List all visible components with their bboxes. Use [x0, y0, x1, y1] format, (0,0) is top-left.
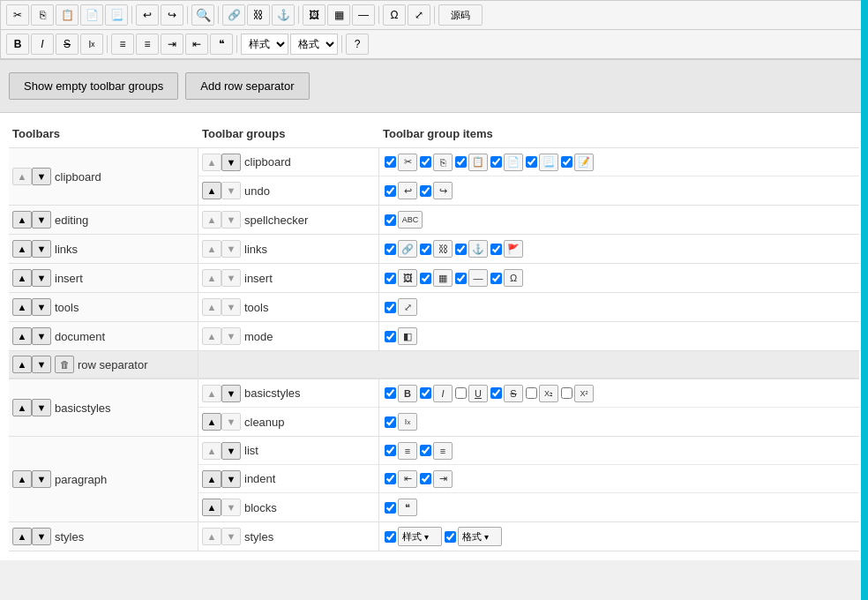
- item-copy[interactable]: ⎘: [420, 154, 453, 171]
- item-bq[interactable]: ❝: [385, 499, 417, 516]
- item-paste-word[interactable]: 📃: [526, 154, 558, 171]
- check-indent2[interactable]: [420, 473, 431, 484]
- item-ul[interactable]: ≡: [420, 442, 453, 460]
- item-maximize[interactable]: ⤢: [385, 298, 417, 316]
- down-clipboard-btn[interactable]: ▼: [32, 168, 51, 185]
- check-sc[interactable]: [490, 273, 502, 284]
- up-grp-cleanup-btn[interactable]: ▲: [202, 413, 221, 431]
- item-underline[interactable]: U: [455, 385, 488, 402]
- item-spell[interactable]: ABC: [385, 211, 423, 229]
- cut-btn[interactable]: ✂: [6, 4, 29, 26]
- check-anchor[interactable]: [455, 244, 467, 255]
- check-cut[interactable]: [385, 156, 396, 168]
- indent-btn[interactable]: ⇥: [161, 34, 183, 55]
- styles-select[interactable]: 样式: [241, 34, 288, 55]
- down-insert-btn[interactable]: ▼: [32, 269, 51, 287]
- subscript-btn[interactable]: Ix: [80, 34, 103, 55]
- bold-btn[interactable]: B: [6, 34, 29, 55]
- down-grp-list-btn[interactable]: ▼: [221, 442, 241, 460]
- check-link2[interactable]: [420, 244, 431, 255]
- down-grp-clipboard-btn[interactable]: ▼: [221, 154, 241, 171]
- check-copy[interactable]: [420, 156, 431, 168]
- down-grp-indent-btn[interactable]: ▼: [221, 470, 241, 488]
- help-btn[interactable]: ?: [346, 34, 369, 55]
- up-insert-btn[interactable]: ▲: [12, 269, 32, 287]
- find-btn[interactable]: 🔍: [191, 4, 214, 26]
- item-removeformat[interactable]: Ix: [385, 413, 417, 431]
- check-undo[interactable]: [385, 185, 396, 197]
- undo-btn[interactable]: ↩: [136, 4, 159, 26]
- format-select[interactable]: 格式: [290, 34, 338, 55]
- item-strike[interactable]: S: [490, 385, 523, 402]
- item-outdent[interactable]: ⇤: [385, 470, 417, 488]
- check-tbl[interactable]: [420, 273, 431, 284]
- outdent-btn[interactable]: ⇤: [185, 34, 208, 55]
- down-para-btn[interactable]: ▼: [32, 470, 51, 488]
- add-separator-btn[interactable]: Add row separator: [185, 72, 309, 100]
- item-italic[interactable]: I: [420, 385, 453, 402]
- check-format-dd[interactable]: [445, 531, 456, 543]
- item-source[interactable]: ◧: [385, 327, 417, 345]
- up-document-btn[interactable]: ▲: [12, 327, 32, 345]
- check-bq[interactable]: [385, 502, 396, 514]
- hrule-btn[interactable]: —: [352, 4, 375, 26]
- delete-sep-btn[interactable]: 🗑: [55, 356, 74, 373]
- item-indent2[interactable]: ⇥: [420, 470, 453, 488]
- item-styles-dd[interactable]: 样式: [385, 527, 442, 546]
- item-redo[interactable]: ↪: [420, 182, 453, 199]
- item-sub[interactable]: X₂: [526, 385, 558, 402]
- format-dropdown[interactable]: 格式: [458, 527, 502, 546]
- down-editing-btn[interactable]: ▼: [32, 211, 51, 229]
- check-paste3[interactable]: [561, 156, 572, 168]
- down-links-btn[interactable]: ▼: [32, 240, 51, 258]
- check-flag[interactable]: [490, 244, 502, 255]
- down-basic-btn[interactable]: ▼: [32, 399, 51, 416]
- up-grp-undo-btn[interactable]: ▲: [202, 182, 221, 199]
- check-maximize[interactable]: [385, 302, 396, 313]
- check-sup[interactable]: [561, 387, 572, 399]
- check-sub[interactable]: [526, 387, 537, 399]
- item-sup[interactable]: X²: [561, 385, 594, 402]
- copy-btn[interactable]: ⎘: [31, 4, 54, 26]
- up-grp-blocks-btn[interactable]: ▲: [202, 499, 221, 516]
- down-styles-btn[interactable]: ▼: [32, 528, 51, 545]
- down-document-btn[interactable]: ▼: [32, 327, 51, 345]
- down-sep-btn[interactable]: ▼: [32, 356, 51, 373]
- check-ol[interactable]: [385, 445, 396, 456]
- maximize-btn[interactable]: ⤢: [408, 4, 430, 26]
- down-tools-btn[interactable]: ▼: [32, 298, 51, 316]
- item-cut[interactable]: ✂: [385, 154, 417, 171]
- item-hr[interactable]: —: [455, 269, 488, 287]
- item-img[interactable]: 🖼: [385, 269, 417, 287]
- up-editing-btn[interactable]: ▲: [12, 211, 32, 229]
- check-spell[interactable]: [385, 214, 396, 226]
- check-paste-text[interactable]: [490, 156, 502, 168]
- check-italic[interactable]: [420, 387, 431, 399]
- styles-dropdown[interactable]: 样式: [398, 527, 442, 546]
- ul-btn[interactable]: ≡: [136, 34, 159, 55]
- special-char-btn[interactable]: Ω: [383, 4, 406, 26]
- blockquote-btn[interactable]: ❝: [210, 34, 233, 55]
- item-format-dd[interactable]: 格式: [445, 527, 502, 546]
- up-links-btn[interactable]: ▲: [12, 240, 32, 258]
- source-btn[interactable]: 源码: [438, 4, 483, 26]
- check-redo[interactable]: [420, 185, 431, 197]
- paste-word-btn[interactable]: 📃: [105, 4, 128, 26]
- check-bold[interactable]: [385, 387, 396, 399]
- item-flag[interactable]: 🚩: [490, 240, 523, 258]
- italic-btn[interactable]: I: [31, 34, 54, 55]
- check-ul[interactable]: [420, 445, 431, 456]
- check-link1[interactable]: [385, 244, 396, 255]
- up-basic-btn[interactable]: ▲: [12, 399, 32, 416]
- item-paste-text[interactable]: 📄: [490, 154, 523, 171]
- table-btn[interactable]: ▦: [327, 4, 350, 26]
- check-hr[interactable]: [455, 273, 467, 284]
- up-para-btn[interactable]: ▲: [12, 470, 32, 488]
- up-sep-btn[interactable]: ▲: [12, 356, 32, 373]
- item-paste3[interactable]: 📝: [561, 154, 594, 171]
- paste-text-btn[interactable]: 📄: [80, 4, 103, 26]
- check-paste[interactable]: [455, 156, 467, 168]
- item-ol[interactable]: ≡: [385, 442, 417, 460]
- link-btn[interactable]: 🔗: [222, 4, 245, 26]
- item-tbl[interactable]: ▦: [420, 269, 453, 287]
